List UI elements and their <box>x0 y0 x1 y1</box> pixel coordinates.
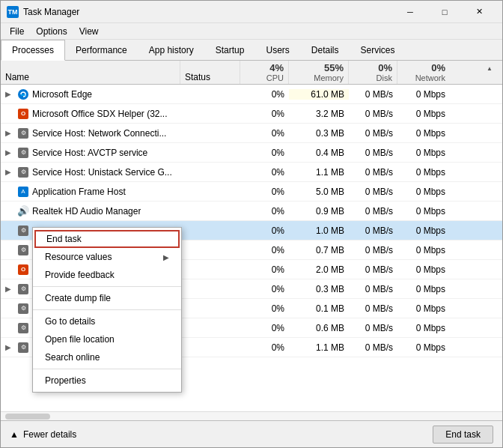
context-menu: End task Resource values ▶ Provide feedb… <box>32 227 182 393</box>
service-icon: ⚙ <box>17 127 29 139</box>
expand-icon[interactable]: ▶ <box>5 285 14 293</box>
row-network-cell: 0 Mbps <box>397 323 450 333</box>
ctx-create-dump[interactable]: Create dump file <box>33 289 181 307</box>
tab-details[interactable]: Details <box>301 40 350 60</box>
horizontal-scrollbar[interactable] <box>1 411 502 420</box>
expand-icon[interactable]: ▶ <box>5 129 14 137</box>
end-task-button[interactable]: End task <box>433 426 493 444</box>
row-memory-cell: 0.9 MB <box>289 206 349 217</box>
ctx-end-task-label: End task <box>46 234 82 244</box>
row-cpu-cell: 0% <box>240 284 289 294</box>
row-cpu-cell: 0% <box>240 323 289 333</box>
col-memory-header[interactable]: 55% Memory <box>289 61 349 84</box>
ctx-search-online[interactable]: Search online <box>33 348 181 366</box>
memory-percent: 55% <box>324 62 344 73</box>
tab-app-history[interactable]: App history <box>138 40 205 60</box>
tab-performance[interactable]: Performance <box>65 40 138 60</box>
row-memory-cell: 0.4 MB <box>289 148 349 158</box>
fewer-details-button[interactable]: ▲ Fewer details <box>10 429 76 440</box>
maximize-button[interactable]: □ <box>427 1 462 23</box>
ctx-provide-feedback[interactable]: Provide feedback <box>33 266 181 284</box>
row-cpu-cell: 0% <box>240 109 289 119</box>
row-network-cell: 0 Mbps <box>397 89 450 100</box>
process-name: Microsoft Edge <box>32 89 92 100</box>
table-row[interactable]: O Microsoft Office SDX Helper (32... 0% … <box>1 104 502 124</box>
table-header: Name Status 4% CPU 55% Memory 0% Disk 0%… <box>1 61 502 85</box>
row-memory-cell: 2.0 MB <box>289 264 349 275</box>
table-row[interactable]: A Application Frame Host 0% 5.0 MB 0 MB/… <box>1 182 502 202</box>
row-disk-cell: 0 MB/s <box>349 167 397 178</box>
row-disk-cell: 0 MB/s <box>349 284 397 294</box>
tab-startup[interactable]: Startup <box>205 40 256 60</box>
menu-file[interactable]: File <box>4 25 30 38</box>
sort-arrow-icon: ▲ <box>487 65 493 72</box>
ctx-separator-2 <box>33 309 181 310</box>
window-controls: ─ □ ✕ <box>393 1 496 23</box>
ctx-open-file-location[interactable]: Open file location <box>33 330 181 348</box>
service-icon: ⚙ <box>17 303 29 315</box>
audio-icon: 🔊 <box>17 205 29 217</box>
expand-icon[interactable]: ▶ <box>5 168 14 176</box>
menu-view[interactable]: View <box>73 25 105 38</box>
table-row[interactable]: ▶ ⚙ Service Host: Unistack Service G... … <box>1 163 502 182</box>
ctx-arrow-icon: ▶ <box>163 253 169 261</box>
process-name: Microsoft Office SDX Helper (32... <box>32 109 168 119</box>
svg-point-0 <box>18 89 28 100</box>
row-cpu-cell: 0% <box>240 167 289 178</box>
col-cpu-header[interactable]: 4% CPU <box>240 61 289 84</box>
table-row[interactable]: ▶ ⚙ Service Host: Network Connecti... 0%… <box>1 124 502 143</box>
row-cpu-cell: 0% <box>240 187 289 197</box>
row-cpu-cell: 0% <box>240 245 289 255</box>
col-status-header[interactable]: Status <box>180 61 240 84</box>
scrollbar-thumb[interactable] <box>5 414 50 420</box>
row-name-cell: ▶ ⚙ Service Host: Network Connecti... <box>1 127 180 139</box>
col-network-header[interactable]: 0% Network <box>397 61 450 84</box>
row-memory-cell: 0.7 MB <box>289 245 349 255</box>
tab-services[interactable]: Services <box>350 40 406 60</box>
tab-processes[interactable]: Processes <box>1 40 65 61</box>
row-network-cell: 0 Mbps <box>397 245 450 255</box>
ctx-provide-feedback-label: Provide feedback <box>45 270 115 280</box>
expand-icon[interactable]: ▶ <box>5 148 14 157</box>
service-icon: ⚙ <box>17 342 29 354</box>
expand-icon[interactable]: ▶ <box>5 343 14 351</box>
close-button[interactable]: ✕ <box>462 1 496 23</box>
ctx-properties[interactable]: Properties <box>33 372 181 390</box>
row-name-cell: O Microsoft Office SDX Helper (32... <box>1 108 180 120</box>
menu-bar: File Options View <box>1 23 502 40</box>
ctx-go-to-details[interactable]: Go to details <box>33 312 181 330</box>
table-row[interactable]: 🔊 Realtek HD Audio Manager 0% 0.9 MB 0 M… <box>1 202 502 221</box>
table-row[interactable]: ▶ ⚙ Service Host: AVCTP service 0% 0.4 M… <box>1 143 502 163</box>
service-icon: ⚙ <box>17 283 29 295</box>
ctx-go-to-details-label: Go to details <box>45 316 95 327</box>
row-network-cell: 0 Mbps <box>397 225 450 236</box>
process-name: Application Frame Host <box>32 187 126 197</box>
row-disk-cell: 0 MB/s <box>349 89 397 100</box>
col-name-header[interactable]: Name <box>1 61 180 84</box>
service-icon: ⚙ <box>17 225 29 237</box>
row-memory-cell: 0.6 MB <box>289 323 349 333</box>
row-memory-cell: 1.1 MB <box>289 342 349 353</box>
ctx-end-task[interactable]: End task <box>34 230 180 248</box>
row-memory-cell: 0.3 MB <box>289 284 349 294</box>
tab-users[interactable]: Users <box>255 40 300 60</box>
expand-icon[interactable]: ▶ <box>5 90 14 98</box>
row-network-cell: 0 Mbps <box>397 206 450 217</box>
table-row[interactable]: ▶ Microsoft Edge 0% 61.0 MB 0 MB/s 0 Mbp… <box>1 85 502 104</box>
process-list: ▶ Microsoft Edge 0% 61.0 MB 0 MB/s 0 Mbp… <box>1 85 502 411</box>
process-table: Name Status 4% CPU 55% Memory 0% Disk 0%… <box>1 61 502 420</box>
minimize-button[interactable]: ─ <box>393 1 427 23</box>
office-icon: O <box>17 108 29 120</box>
fewer-details-label: Fewer details <box>23 429 76 440</box>
row-network-cell: 0 Mbps <box>397 264 450 275</box>
col-disk-header[interactable]: 0% Disk <box>349 61 397 84</box>
row-disk-cell: 0 MB/s <box>349 303 397 314</box>
cpu-percent: 4% <box>269 62 284 73</box>
ctx-resource-values[interactable]: Resource values ▶ <box>33 248 181 266</box>
menu-options[interactable]: Options <box>30 25 73 38</box>
process-name: Service Host: AVCTP service <box>32 148 147 158</box>
row-memory-cell: 1.1 MB <box>289 167 349 178</box>
process-name: Service Host: Network Connecti... <box>32 128 166 139</box>
row-network-cell: 0 Mbps <box>397 109 450 119</box>
disk-percent: 0% <box>378 62 392 73</box>
